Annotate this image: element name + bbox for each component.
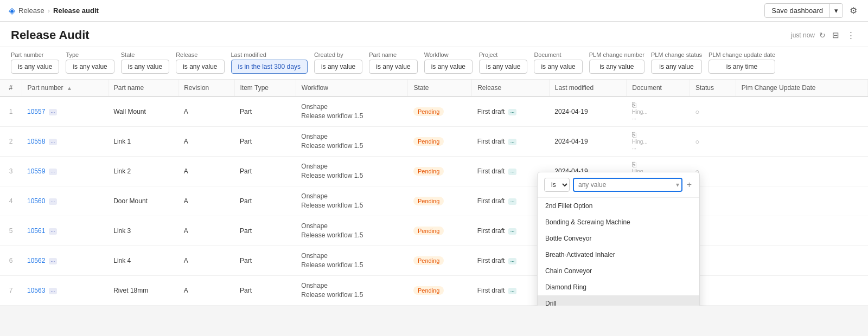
cell-workflow: OnshapeRelease workflow 1.5 [296,276,408,306]
cell-document[interactable]: ⎘ Hing... ··· [627,96,690,127]
table-header-row: # Part number ▲ Part name Revision Item … [0,80,868,96]
part-number-link[interactable]: 10562 [27,257,45,264]
cell-plm-date [736,276,867,306]
settings-icon[interactable]: ⚙ [847,3,859,18]
row-number: 3 [0,157,22,186]
col-part-number[interactable]: Part number ▲ [22,80,108,96]
col-plm-date[interactable]: Plm Change Update Date [736,80,867,96]
cell-part-number[interactable]: 10563 ··· [22,276,108,306]
cell-state: Pending [408,157,472,186]
part-number-link[interactable]: 10559 [27,167,45,175]
cell-revision: A [178,246,234,276]
col-workflow[interactable]: Workflow [296,80,408,96]
save-dashboard-arrow[interactable]: ▾ [830,4,843,17]
col-state[interactable]: State [408,80,472,96]
filter-label: Workflow [424,51,473,58]
refresh-icon[interactable]: ↻ [819,31,826,40]
filter-button[interactable]: is any value [651,60,702,74]
cell-state: Pending [408,216,472,246]
cell-part-number[interactable]: 10557 ··· [22,96,108,127]
main-table: # Part number ▲ Part name Revision Item … [0,80,868,306]
col-last-modified[interactable]: Last modified [549,80,626,96]
breadcrumb-current: Release audit [53,7,99,15]
dropdown-item[interactable]: Bottle Conveyor [538,230,699,247]
cell-document[interactable]: ⎘ Hing... ··· [627,127,690,157]
part-number-link[interactable]: 10563 [27,287,45,294]
cell-part-number[interactable]: 10560 ··· [22,186,108,216]
cell-part-number[interactable]: 10559 ··· [22,157,108,186]
top-bar: ◈ Release › Release audit Save dashboard… [0,0,868,22]
filter-group: Workflowis any value [424,51,473,74]
table-row: 3 10559 ··· Link 2 A Part OnshapeRelease… [0,157,868,186]
filter-label: State [121,51,169,58]
dropdown-item[interactable]: Breath-Activated Inhaler [538,247,699,263]
cell-last-modified: 2024-04-19 [549,96,626,127]
cell-part-name: Link 3 [108,216,178,246]
filter-button[interactable]: is in the last 300 days [231,60,308,74]
cell-plm-date [736,157,867,186]
app-icon: ◈ [9,5,15,16]
table-row: 4 10560 ··· Door Mount A Part OnshapeRel… [0,186,868,216]
cell-part-number[interactable]: 10561 ··· [22,216,108,246]
col-status[interactable]: Status [690,80,736,96]
col-revision[interactable]: Revision [178,80,234,96]
filter-group: PLM change statusis any value [651,51,702,74]
cell-plm-date [736,96,867,127]
filter-icon[interactable]: ⊟ [830,29,841,41]
cell-plm-date [736,246,867,276]
dropdown-item[interactable]: Chain Conveyor [538,263,699,279]
part-number-badge: ··· [49,258,58,264]
col-part-name[interactable]: Part name [108,80,178,96]
cell-part-number[interactable]: 10558 ··· [22,127,108,157]
part-number-badge: ··· [49,288,58,294]
filter-button[interactable]: is any value [589,60,644,74]
dropdown-condition-select[interactable]: is [544,178,570,192]
document-icon[interactable]: ⎘ [632,101,636,109]
filter-button[interactable]: is any value [479,60,527,74]
filter-label: PLM change status [651,51,702,58]
cell-workflow: OnshapeRelease workflow 1.5 [296,157,408,186]
part-number-badge: ··· [49,198,58,205]
part-number-link[interactable]: 10558 [27,138,45,145]
save-dashboard-button[interactable]: Save dashboard ▾ [764,3,843,18]
release-badge: ··· [508,258,517,264]
dropdown-search-input[interactable] [573,178,682,192]
breadcrumb-parent[interactable]: Release [18,7,44,15]
cell-item-type: Part [234,96,296,127]
dropdown-item[interactable]: Diamond Ring [538,279,699,295]
col-release[interactable]: Release [472,80,550,96]
cell-release: First draft ··· [472,127,550,157]
col-document[interactable]: Document [627,80,690,96]
cell-item-type: Part [234,216,296,246]
filter-button[interactable]: is any value [66,60,114,74]
dropdown-item[interactable]: Drill [538,295,699,306]
cell-part-number[interactable]: 10562 ··· [22,246,108,276]
filter-button[interactable]: is any value [369,60,417,74]
document-icon[interactable]: ⎘ [632,160,636,169]
dropdown-clear-icon[interactable]: ▾ [676,181,679,189]
save-dashboard-label[interactable]: Save dashboard [765,4,830,17]
filter-group: Releaseis any value [176,51,224,74]
filter-button[interactable]: is any value [424,60,473,74]
dropdown-item[interactable]: Bonding & Screwing Machine [538,214,699,230]
filter-group: Projectis any value [479,51,527,74]
filter-button[interactable]: is any value [121,60,169,74]
filter-button[interactable]: is any time [709,60,775,74]
cell-item-type: Part [234,186,296,216]
filter-button[interactable]: is any value [534,60,582,74]
filter-button[interactable]: is any value [314,60,362,74]
dropdown-item[interactable]: 2nd Fillet Option [538,198,699,214]
filter-button[interactable]: is any value [176,60,224,74]
more-icon[interactable]: ⋮ [845,29,857,41]
filter-button[interactable]: is any value [11,60,59,74]
part-number-link[interactable]: 10560 [27,197,45,205]
filter-bar: Part numberis any valueTypeis any valueS… [0,47,868,80]
part-number-link[interactable]: 10557 [27,108,45,115]
filter-group: Last modifiedis in the last 300 days [231,51,308,74]
col-item-type[interactable]: Item Type [234,80,296,96]
dropdown-input-wrap: ▾ [573,178,682,192]
dropdown-add-icon[interactable]: + [686,179,693,191]
part-number-link[interactable]: 10561 [27,227,45,235]
document-icon[interactable]: ⎘ [632,131,636,139]
last-updated-label: just now [791,31,815,39]
